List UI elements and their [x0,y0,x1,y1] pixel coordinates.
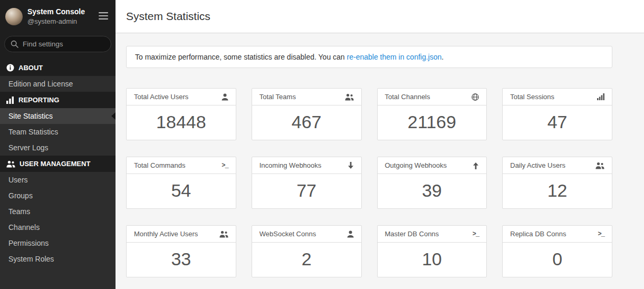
stat-card-header: Total Teams [252,89,361,105]
stat-card-header: Replica DB Conns >_ [503,226,612,243]
stat-card-incoming-webhooks: Incoming Webhooks 77 [252,157,362,209]
terminal-icon: >_ [473,231,479,237]
stat-card-label: Total Commands [134,161,186,169]
stat-card-header: Incoming Webhooks [252,157,361,174]
stat-card-websocket-conns: WebSocket Conns 2 [252,225,362,277]
stat-card-value: 77 [252,174,361,208]
stat-card-label: Replica DB Conns [510,230,566,238]
content: To maximize performance, some statistics… [116,33,644,277]
stat-card-header: Total Commands >_ [127,157,236,174]
section-label: ABOUT [18,64,43,72]
sidebar-item-site-statistics[interactable]: Site Statistics [0,108,116,124]
stat-card-replica-db-conns: Replica DB Conns >_ 0 [502,225,612,277]
stat-card-total-teams: Total Teams 467 [252,88,362,140]
sidebar: System Console @system-admin ABOUT Editi… [0,0,116,289]
stat-card-header: Master DB Conns >_ [378,226,487,243]
stat-card-outgoing-webhooks: Outgoing Webhooks 39 [377,157,487,209]
stat-card-header: Total Active Users [127,89,236,105]
sidebar-item-team-statistics[interactable]: Team Statistics [0,124,116,140]
search-container [0,33,116,60]
stat-card-label: Total Channels [385,93,430,101]
admin-username: @system-admin [27,17,93,26]
stat-card-label: Monthly Active Users [134,230,198,238]
stat-card-value: 47 [503,105,612,140]
stat-card-value: 12 [503,174,612,208]
stat-card-label: Total Teams [259,93,296,101]
arrow-down-icon [348,162,354,169]
stat-card-label: Total Active Users [134,93,188,101]
stat-card-value: 18448 [127,105,236,140]
stat-card-header: WebSocket Conns [252,226,361,243]
stat-card-total-sessions: Total Sessions 47 [502,88,612,140]
globe-icon [472,93,479,101]
stat-card-header: Total Channels [378,89,487,105]
stats-grid: Total Active Users 18448 Total Teams 467 [126,88,612,277]
stat-card-value: 467 [252,105,361,140]
bar-chart-icon [6,97,14,104]
config-json-link[interactable]: re-enable them in config.json [347,53,442,61]
stat-card-label: Total Sessions [510,93,554,101]
sidebar-item-system-roles[interactable]: System Roles [0,251,116,267]
stat-card-header: Monthly Active Users [127,226,236,243]
stat-card-value: 54 [127,174,236,208]
sidebar-item-edition-and-license[interactable]: Edition and License [0,76,116,92]
section-header-reporting: REPORTING [0,92,116,108]
selected-arrow [111,112,116,120]
stat-card-label: Daily Active Users [510,161,565,169]
stat-card-label: Master DB Conns [385,230,439,238]
users-icon [219,230,228,238]
stat-card-label: WebSocket Conns [259,230,316,238]
sidebar-item-users[interactable]: Users [0,172,116,188]
arrow-up-icon [473,162,479,169]
signal-bars-icon [597,93,604,100]
search-icon [11,40,18,48]
stat-card-header: Daily Active Users [503,157,612,174]
banner-text: To maximize performance, some statistics… [135,53,347,61]
stat-card-value: 0 [503,243,612,277]
stat-card-label: Incoming Webhooks [259,161,322,169]
sidebar-item-groups[interactable]: Groups [0,188,116,204]
stat-card-total-channels: Total Channels 21169 [377,88,487,140]
stat-card-value: 10 [378,243,487,277]
sidebar-item-teams[interactable]: Teams [0,204,116,219]
stat-card-value: 33 [127,243,236,277]
section-label: REPORTING [18,96,59,104]
hamburger-icon [99,13,108,21]
sidebar-item-server-logs[interactable]: Server Logs [0,140,116,156]
performance-banner: To maximize performance, some statistics… [126,46,612,68]
section-header-user-management: USER MANAGEMENT [0,156,116,172]
stat-card-header: Outgoing Webhooks [378,157,487,174]
console-title: System Console [27,7,93,17]
avatar [5,8,23,25]
sidebar-item-channels[interactable]: Channels [0,219,116,235]
stat-card-label: Outgoing Webhooks [385,161,447,169]
sidebar-item-permissions[interactable]: Permissions [0,235,116,251]
page-title: System Statistics [126,10,210,23]
menu-button[interactable] [98,10,109,23]
admin-identity: System Console @system-admin [27,7,93,26]
user-icon [347,230,354,238]
stat-card-monthly-active-users: Monthly Active Users 33 [126,225,236,277]
user-icon [222,93,228,101]
page-header: System Statistics [116,0,644,33]
terminal-icon: >_ [222,162,228,169]
users-icon [595,162,604,169]
stat-card-value: 2 [252,243,361,277]
stat-card-daily-active-users: Daily Active Users 12 [502,157,612,209]
users-icon [6,160,15,168]
stat-card-value: 21169 [378,105,487,140]
section-header-about: ABOUT [0,60,116,76]
stat-card-total-commands: Total Commands >_ 54 [126,157,236,209]
stat-card-total-active-users: Total Active Users 18448 [126,88,236,140]
users-icon [345,93,354,101]
search-input[interactable] [4,36,111,52]
stat-card-value: 39 [378,174,487,208]
sidebar-item-label: Site Statistics [8,112,53,120]
terminal-icon: >_ [598,231,604,237]
main-area: System Statistics To maximize performanc… [116,0,644,289]
stat-card-header: Total Sessions [503,89,612,105]
sidebar-header: System Console @system-admin [0,0,116,33]
info-icon [6,64,14,72]
stat-card-master-db-conns: Master DB Conns >_ 10 [377,225,487,277]
section-label: USER MANAGEMENT [20,160,90,168]
